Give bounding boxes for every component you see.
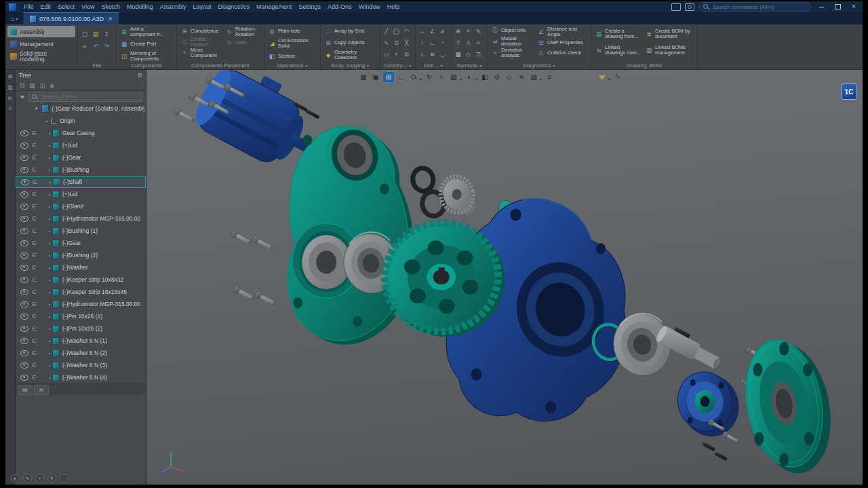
tree-item[interactable]: ∈ • Gear Casing — [16, 127, 146, 139]
collapse-all-icon[interactable] — [20, 82, 24, 89]
tree-columns-icon[interactable] — [39, 82, 45, 89]
viewport[interactable]: ▾ ▾ ▾ ▾ ▾ 1С — [146, 70, 863, 485]
hide-objects-icon[interactable] — [492, 72, 502, 82]
group-diagnostics-label[interactable]: Diagnostics▾ — [490, 61, 589, 69]
group-placement-label[interactable]: Components Placement — [179, 61, 262, 69]
mutual-deviation-button[interactable]: Mutual deviation — [490, 35, 534, 47]
structure-tab[interactable]: ▤ — [18, 385, 33, 395]
tree-item[interactable]: ∈ • (-)Shaft — [16, 176, 146, 188]
array-by-grid-button[interactable]: Array by Grid — [323, 26, 377, 36]
group-symbols-label[interactable]: Symbols▾ — [454, 61, 485, 69]
tree-item[interactable]: ∈ • (-)Washer 8 N (3) — [16, 359, 146, 371]
visibility-eye-icon[interactable] — [20, 204, 28, 210]
construction-center-icon[interactable] — [393, 50, 401, 58]
object-info-button[interactable]: Object Info — [490, 26, 534, 35]
vertical-dimension-icon[interactable] — [418, 39, 427, 47]
tree-item[interactable]: ∈ • (-)Gland — [16, 200, 146, 212]
create-bom-button[interactable]: Create BOM by document — [644, 26, 692, 42]
document-tab[interactable]: 078.505.9.0100.00.A3D ✕ — [24, 12, 119, 24]
mirror-components-button[interactable]: Mirroring of Components — [119, 50, 174, 62]
quick-zoom-icon[interactable] — [47, 474, 56, 483]
construction-cross-icon[interactable] — [403, 39, 411, 47]
tree-panel-toggle-icon[interactable] — [7, 73, 14, 80]
section-button[interactable]: Section — [267, 51, 318, 61]
more-tools-icon[interactable] — [60, 474, 68, 483]
variables-panel-toggle-icon[interactable]: fx — [7, 94, 14, 102]
mode-assembly[interactable]: Assembly — [7, 26, 75, 37]
home-button[interactable]: ⌂▾ — [5, 12, 24, 24]
marker-icon[interactable] — [465, 50, 473, 58]
tree-item[interactable]: ∈ • (-)Pin 10x26 (1) — [16, 310, 146, 322]
menu-sketch[interactable]: Sketch — [98, 1, 123, 12]
undo-icon[interactable] — [92, 42, 100, 50]
hatch-icon[interactable] — [454, 50, 462, 58]
menu-window[interactable]: Window — [355, 1, 384, 12]
tree-item[interactable]: ∈ • (-)Keeper Strip 10x8x32 — [16, 274, 146, 286]
tree-origin-item[interactable]: • Origin — [16, 115, 146, 127]
expand-caret-icon[interactable]: ▾ — [33, 106, 40, 111]
visibility-eye-icon[interactable] — [20, 289, 28, 295]
sketch-disabled-icon[interactable] — [612, 72, 623, 82]
add-component-button[interactable]: Add a component fr... — [119, 26, 174, 37]
unfix-button[interactable]: Unfix — [224, 37, 259, 48]
tree-item[interactable]: ∈ • (-)Keeper Strip 16x16x45 — [16, 286, 146, 298]
radius-dimension-icon[interactable] — [439, 39, 447, 47]
visibility-eye-icon[interactable] — [21, 179, 29, 185]
tree-item[interactable]: ∈ • (+)Lid — [16, 188, 146, 200]
tree-item[interactable]: ∈ • (-)Gear — [16, 151, 146, 164]
variables-tab[interactable]: fx — [34, 385, 49, 395]
menu-assembly[interactable]: Assembly — [156, 1, 189, 12]
rotate-view-icon[interactable] — [424, 72, 435, 82]
text-icon[interactable] — [454, 39, 462, 47]
local-csys-icon[interactable] — [396, 72, 407, 82]
group-construction-label[interactable]: Constru...▾ — [382, 61, 413, 69]
cut-extrusion-button[interactable]: Cut Extrusion Solid — [267, 37, 318, 50]
screenshot-icon[interactable] — [685, 3, 694, 11]
group-dimensions-label[interactable]: Dim...▾ — [418, 61, 449, 69]
orientation-caret-icon[interactable]: ▾ — [460, 77, 462, 81]
linear-dimension-icon[interactable] — [418, 27, 427, 35]
visibility-eye-icon[interactable] — [20, 155, 28, 161]
grid-display-icon[interactable] — [358, 72, 369, 82]
group-file-label[interactable]: File — [80, 61, 114, 69]
scene-list-icon[interactable] — [544, 72, 555, 82]
app-icon[interactable] — [8, 3, 17, 12]
datum-symbol-icon[interactable] — [454, 27, 462, 35]
group-drawing-bom-label[interactable]: Drawing, BOM — [593, 61, 695, 69]
diameter-dimension-icon[interactable] — [439, 27, 447, 35]
construction-rect-icon[interactable] — [382, 50, 391, 58]
tree-item[interactable]: ∈ • (-)Hydromotor MGP-315.00.00 — [16, 212, 146, 225]
snap-settings-icon[interactable] — [370, 72, 381, 82]
tree-item[interactable]: ∈ • (+)Lid — [16, 139, 146, 151]
zoom-icon[interactable] — [408, 72, 419, 82]
new-document-icon[interactable] — [81, 30, 89, 38]
part-output-flange[interactable] — [736, 334, 840, 480]
distance-angle-button[interactable]: Distance and Angle — [536, 26, 586, 37]
visibility-eye-icon[interactable] — [20, 277, 28, 283]
play-macro-icon[interactable] — [11, 474, 20, 483]
tree-filter-icon[interactable] — [20, 96, 25, 99]
visibility-eye-icon[interactable] — [20, 130, 28, 136]
messages-panel-toggle-icon[interactable] — [7, 105, 14, 113]
lighting-icon[interactable] — [516, 72, 527, 82]
menu-modelling[interactable]: Modelling — [123, 1, 157, 12]
part-o-rings[interactable] — [411, 166, 446, 218]
tree-item[interactable]: ∈ • (-)Washer 8 N (1) — [16, 335, 146, 347]
menu-help[interactable]: Help — [384, 1, 403, 12]
tolerance-icon[interactable] — [429, 50, 437, 58]
group-array-label[interactable]: Array, copying▾ — [323, 61, 377, 69]
snap-target-icon[interactable] — [35, 474, 44, 483]
group-operations-label[interactable]: Operations▾ — [267, 61, 318, 69]
visibility-eye-icon[interactable] — [20, 301, 28, 307]
tree-item[interactable]: ∈ • (-)Bushing (1) — [16, 225, 146, 237]
menu-select[interactable]: Select — [54, 1, 78, 12]
tree-item[interactable]: ∈ • (-)Gear — [16, 237, 146, 249]
tree-item[interactable]: ∈ • (-)Washer — [16, 261, 146, 274]
tree-view-mode-icon[interactable] — [29, 82, 35, 89]
visibility-eye-icon[interactable] — [20, 338, 28, 344]
construction-point-icon[interactable] — [393, 39, 401, 47]
arc-dimension-icon[interactable] — [439, 50, 447, 58]
appearance-icon[interactable] — [528, 72, 539, 82]
quick-layout-icon[interactable] — [382, 71, 395, 83]
part-front-flange[interactable] — [671, 366, 745, 443]
